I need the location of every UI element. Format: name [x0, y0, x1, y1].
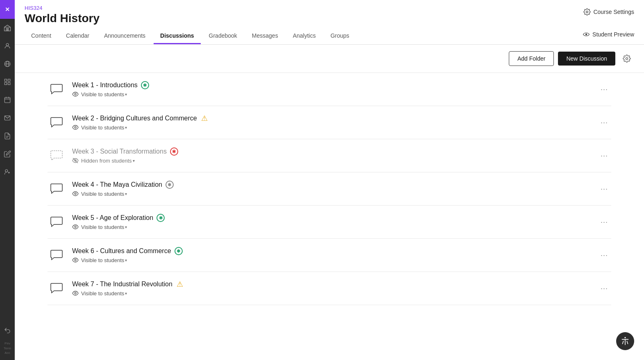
discussion-chat-icon	[48, 279, 66, 297]
chevron-down-icon: ▾	[125, 192, 127, 196]
toolbar-settings-button[interactable]	[619, 51, 634, 66]
visibility-dropdown[interactable]: Visible to students ▾	[81, 125, 127, 131]
svg-point-21	[586, 11, 588, 13]
sidebar: ✕	[0, 0, 15, 360]
svg-rect-8	[8, 79, 10, 81]
discussion-title[interactable]: Week 5 - Age of Exploration	[72, 214, 153, 222]
sidebar-close-button[interactable]: ✕	[0, 0, 15, 19]
more-options-button[interactable]: ···	[597, 249, 611, 261]
tab-calendar[interactable]: Calendar	[59, 28, 96, 44]
discussion-title[interactable]: Week 6 - Cultures and Commerce	[72, 247, 171, 255]
grid-icon[interactable]	[0, 73, 15, 91]
institution-icon[interactable]	[0, 19, 15, 37]
tab-messages[interactable]: Messages	[245, 28, 285, 44]
chevron-down-icon: ▾	[133, 158, 135, 163]
badge-green-icon: ✱	[156, 214, 165, 222]
discussion-item: Week 2 - Bridging Cultures and Commerce …	[48, 106, 611, 139]
visibility-text: Visible to students	[81, 91, 124, 97]
eye-icon	[72, 91, 79, 97]
new-discussion-button[interactable]: New Discussion	[558, 52, 615, 66]
tab-content[interactable]: Content	[25, 28, 58, 44]
toolbar-gear-icon	[623, 54, 631, 63]
student-preview-icon	[583, 31, 590, 38]
visibility-text: Visible to students	[81, 257, 124, 263]
discussion-item: Week 1 - Introductions ✱ Visible to stud…	[48, 73, 611, 106]
svg-rect-10	[8, 83, 10, 85]
tab-discussions[interactable]: Discussions	[154, 28, 200, 44]
svg-point-18	[5, 170, 8, 172]
svg-point-29	[75, 193, 76, 195]
chevron-down-icon: ▾	[125, 125, 127, 130]
eye-icon	[72, 224, 79, 230]
person-add-icon[interactable]	[0, 163, 15, 181]
calendar-icon[interactable]	[0, 91, 15, 109]
visibility-dropdown[interactable]: Hidden from students ▾	[81, 158, 135, 164]
more-options-button[interactable]: ···	[597, 183, 611, 195]
discussion-title[interactable]: Week 4 - The Maya Civilization	[72, 181, 162, 188]
discussion-info: Week 1 - Introductions ✱ Visible to stud…	[72, 81, 591, 97]
discussion-title[interactable]: Week 2 - Bridging Cultures and Commerce	[72, 115, 197, 122]
slash-eye-icon	[72, 157, 79, 164]
warning-icon: ⚠	[176, 280, 184, 288]
edit-icon[interactable]	[0, 145, 15, 163]
document-icon[interactable]	[0, 127, 15, 145]
visibility-dropdown[interactable]: Visible to students ▾	[81, 91, 127, 97]
discussion-item: Week 6 - Cultures and Commerce ✱ Visible…	[48, 239, 611, 272]
tab-groups[interactable]: Groups	[324, 28, 356, 44]
visibility-text: Visible to students	[81, 125, 124, 131]
accessibility-button[interactable]	[616, 332, 634, 350]
course-settings-label: Course Settings	[593, 9, 634, 15]
add-folder-button[interactable]: Add Folder	[509, 51, 554, 66]
discussion-chat-icon	[48, 180, 66, 198]
tab-announcements[interactable]: Announcements	[98, 28, 152, 44]
visibility-dropdown[interactable]: Visible to students ▾	[81, 191, 127, 197]
eye-icon	[72, 257, 79, 263]
svg-point-24	[626, 58, 628, 60]
toolbar: Add Folder New Discussion	[15, 45, 644, 73]
more-options-button[interactable]: ···	[597, 117, 611, 129]
globe-icon[interactable]	[0, 55, 15, 73]
more-options-button[interactable]: ···	[597, 150, 611, 162]
header: HIS324 World History Course Settings Con…	[15, 0, 644, 45]
svg-rect-2	[8, 29, 9, 31]
mail-icon[interactable]	[0, 109, 15, 127]
svg-point-32	[75, 292, 76, 294]
discussion-info: Week 6 - Cultures and Commerce ✱ Visible…	[72, 247, 591, 263]
svg-rect-0	[5, 27, 11, 31]
more-options-button[interactable]: ···	[597, 216, 611, 228]
chevron-down-icon: ▾	[125, 258, 127, 263]
eye-icon	[72, 290, 79, 297]
visibility-dropdown[interactable]: Visible to students ▾	[81, 257, 127, 263]
visibility-text: Visible to students	[81, 224, 124, 230]
discussion-item: Week 5 - Age of Exploration ✱ Visible to…	[48, 206, 611, 239]
discussion-info: Week 2 - Bridging Cultures and Commerce …	[72, 114, 591, 131]
svg-point-23	[586, 34, 587, 35]
more-options-button[interactable]: ···	[597, 84, 611, 95]
more-options-button[interactable]: ···	[597, 283, 611, 294]
student-preview-label: Student Preview	[592, 31, 634, 38]
svg-rect-1	[6, 29, 7, 31]
visibility-text: Visible to students	[81, 191, 124, 197]
back-icon[interactable]	[0, 322, 15, 340]
user-icon[interactable]	[0, 37, 15, 55]
discussion-item: Week 4 - The Maya Civilization ✱ Visible…	[48, 172, 611, 206]
svg-point-33	[624, 337, 626, 338]
course-settings-button[interactable]: Course Settings	[583, 8, 634, 16]
discussion-title[interactable]: Week 1 - Introductions	[72, 82, 138, 89]
badge-gray-icon: ✱	[166, 181, 174, 189]
tab-analytics[interactable]: Analytics	[286, 28, 322, 44]
discussion-info: Week 7 - The Industrial Revolution ⚠ Vis…	[72, 280, 591, 297]
visibility-dropdown[interactable]: Visible to students ▾	[81, 290, 127, 297]
student-preview-button[interactable]: Student Preview	[583, 31, 634, 42]
discussion-title[interactable]: Week 3 - Social Transformations	[72, 148, 167, 155]
course-title: World History	[25, 12, 100, 25]
svg-rect-9	[5, 83, 7, 85]
warning-icon: ⚠	[200, 114, 209, 122]
main-content: HIS324 World History Course Settings Con…	[15, 0, 644, 360]
discussion-title[interactable]: Week 7 - The Industrial Revolution	[72, 281, 172, 288]
discussion-item: Week 7 - The Industrial Revolution ⚠ Vis…	[48, 272, 611, 305]
tab-gradebook[interactable]: Gradebook	[202, 28, 244, 44]
accessibility-icon	[620, 336, 630, 346]
visibility-dropdown[interactable]: Visible to students ▾	[81, 224, 127, 230]
visibility-text: Visible to students	[81, 290, 124, 297]
